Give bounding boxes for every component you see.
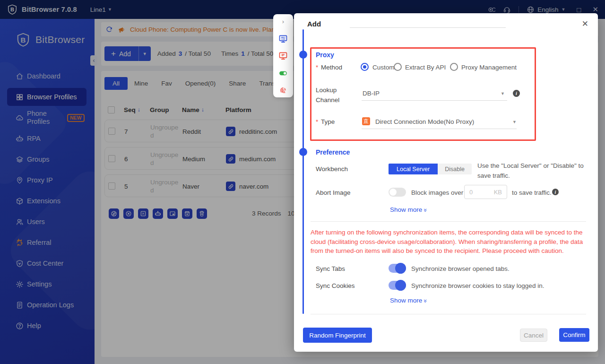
info-icon[interactable]: i [552,189,559,195]
truncated-input-underline [350,27,506,28]
radio-extract-by-api[interactable] [394,63,402,71]
fingerprint-icon[interactable] [278,85,288,95]
info-icon[interactable]: i [513,90,520,97]
svg-text:IP: IP [282,53,285,57]
profile-settings-icon[interactable] [278,34,288,43]
sync-tabs-toggle[interactable] [389,264,406,273]
add-dialog: Add ✕ Proxy Method Custom Extract By API… [294,13,598,352]
workbench-note: Use the "Local Server" or "Disable" to s… [477,161,591,181]
workbench-segmented-control: Local Server Disable [389,164,472,174]
sync-cookies-toggle[interactable] [389,281,406,290]
radio-custom[interactable] [361,63,369,71]
kb-threshold-input[interactable]: 0KB [464,185,507,199]
direct-mode-icon: 直 [362,117,370,125]
abort-image-toggle[interactable] [389,188,406,197]
radio-proxy-mgmt-label[interactable]: Proxy Management [461,64,517,71]
lookup-channel-select[interactable]: DB-IP [363,90,380,97]
proxy-section-title: Proxy [316,51,334,59]
dialog-close-icon[interactable]: ✕ [582,19,588,29]
random-fingerprint-button[interactable]: Random Fingerprint [303,328,372,343]
preference-section-title: Preference [316,148,350,156]
sync-warning-text: After turning on the following synchroni… [311,228,584,256]
workbench-label: Workbench [316,165,348,173]
proxy-ip-icon[interactable]: IP [278,51,288,61]
radio-custom-label[interactable]: Custom [372,64,395,71]
sync-tabs-label: Sync Tabs [316,265,345,272]
type-label: Type [316,118,335,125]
sync-cookies-desc: Synchronize browser cookies to stay logg… [411,282,544,289]
sync-cookies-label: Sync Cookies [316,282,355,289]
block-images-text: Block images over [411,189,463,196]
chevron-down-icon: ▼ [512,120,517,124]
disable-option[interactable]: Disable [438,164,472,174]
dialog-title: Add [307,20,321,28]
method-label: Method [316,64,342,71]
cancel-button[interactable]: Cancel [520,329,547,342]
bitbrowser-app: B BitBrowser 7.0.8 Line1▼ English▼ □ ✕ B… [0,0,605,364]
section-timeline [302,29,304,314]
local-server-option[interactable]: Local Server [389,164,438,174]
abort-image-label: Abort Image [316,189,351,196]
show-more-link[interactable]: Show more» [390,297,427,304]
toggle-icon[interactable] [278,69,288,78]
sync-tabs-desc: Synchronize browser opened tabs. [411,265,510,272]
quick-panel: › IP [273,14,293,97]
show-more-link[interactable]: Show more» [390,206,427,213]
type-select[interactable]: Direct Connection Mode(No Proxy) [375,118,474,125]
radio-extract-label[interactable]: Extract By API [405,64,446,71]
save-traffic-text: to save traffic. [512,189,552,196]
collapse-panel-icon[interactable]: › [273,18,293,25]
chevron-down-icon: ▼ [501,91,505,96]
lookup-channel-label: Lookup Channel [316,85,346,105]
radio-proxy-management[interactable] [450,63,458,71]
confirm-button[interactable]: Confirm [559,328,589,342]
